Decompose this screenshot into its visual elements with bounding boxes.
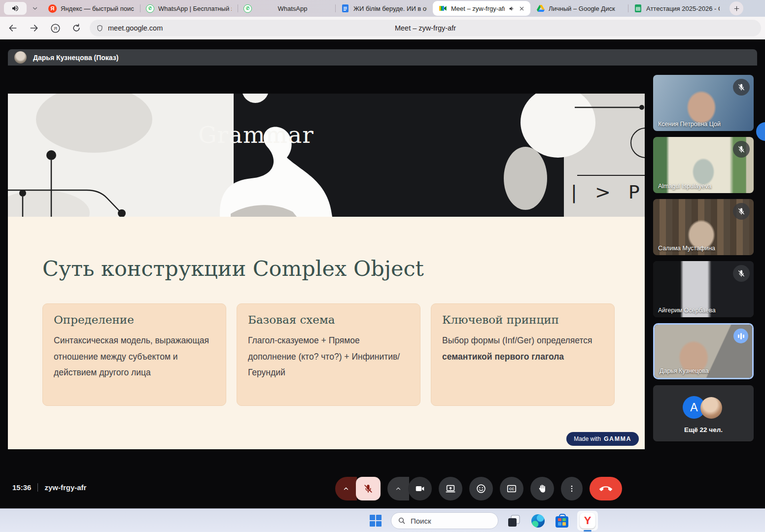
reload-icon [71,23,81,33]
mic-off-icon [363,483,374,494]
browser-address-bar: Я meet.google.com Meet – zyw-frgy-afr [0,17,765,39]
tab-title: Meet – zyw-frgy-afr [451,5,505,12]
camera-icon [415,483,425,494]
taskbar-search[interactable]: Поиск [391,512,498,529]
yandex-browser-button[interactable]: Y [577,511,598,531]
end-call-button[interactable] [590,477,622,500]
divider [37,483,38,492]
camera-options-button[interactable] [387,477,409,500]
gamma-badge-prefix: Made with [574,435,601,442]
tab-google-docs[interactable]: ЖИ білім беруде. ИИ в об [335,0,433,17]
card-body: Глагол-сказуемое + Прямое дополнение (кт… [248,332,409,381]
speaking-indicator-icon [733,329,748,343]
smiley-icon [476,483,487,494]
tab-title: Аттестация 2025-2026 - G [646,5,720,12]
gamma-badge: Made with GAMMA [566,432,639,446]
yandex-home-button[interactable]: Я [47,20,64,36]
google-sheets-favicon [634,4,642,13]
arrow-right-icon [29,23,39,33]
mic-off-icon [737,269,746,278]
tab-title: Яндекс — быстрый поиск [61,5,134,12]
card-body: Синтаксическая модель, выражающая отноше… [54,332,215,381]
puzzle-illustration [8,94,645,217]
back-button[interactable] [4,20,21,36]
participant-tile[interactable]: Айгерим Осербаева [653,261,754,317]
present-screen-button[interactable] [439,477,462,500]
forward-button[interactable] [26,20,42,36]
meet-stage: Дарья Кузнецова (Показ) [0,39,765,508]
active-app-indicator [584,530,591,532]
mute-badge [733,265,750,282]
browser-tab-bar: Я Яндекс — быстрый поиск ✆ WhatsApp | Бе… [0,0,765,17]
windows-taskbar: Поиск Y [0,508,765,532]
card-heading: Определение [54,313,215,326]
side-panel-bubble[interactable] [756,122,765,141]
participant-tile[interactable]: Салима Мустафина [653,199,754,255]
meeting-info: 15:36 zyw-frgy-afr [12,483,86,492]
overflow-count-label: Ещё 22 чел. [653,426,754,433]
google-meet-favicon [439,4,447,13]
store-icon [556,516,568,528]
reload-button[interactable] [68,20,85,36]
card-key-principle: Ключевой принцип Выбор формы (Inf/Ger) о… [431,303,615,406]
mic-muted-button[interactable] [356,477,381,500]
card-heading: Ключевой принцип [442,313,603,326]
tab-google-drive[interactable]: Личный – Google Диск [530,0,628,17]
store-button[interactable] [553,512,571,530]
overflow-avatars: A [653,395,754,419]
captions-icon: CC [506,483,517,494]
reactions-button[interactable] [469,477,493,500]
whatsapp-favicon: ✆ [146,4,154,13]
tab-google-meet-active[interactable]: Meet – zyw-frgy-afr [433,1,530,16]
task-view-button[interactable] [505,512,522,530]
avatar-photo [700,397,722,419]
participant-tile-speaking[interactable]: Дарья Кузнецова [653,323,754,379]
overflow-tile[interactable]: A Ещё 22 чел. [653,385,754,441]
mic-off-icon [737,207,746,216]
clock-time: 15:36 [12,483,31,492]
presenter-banner: Дарья Кузнецова (Показ) [8,49,757,66]
more-options-button[interactable] [561,477,583,500]
new-tab-button[interactable] [730,1,743,15]
participant-name: Ксения Петровна Цой [658,121,721,128]
tab-google-sheets[interactable]: Аттестация 2025-2026 - G [628,0,726,17]
tab-whatsapp-1[interactable]: ✆ WhatsApp | Бесплатный з [140,0,238,17]
whatsapp-favicon: ✆ [243,4,252,13]
camera-button[interactable] [408,477,432,500]
close-icon[interactable] [519,6,524,11]
camera-control-group [387,477,432,500]
tab-whatsapp-2[interactable]: ✆ WhatsApp [238,0,335,17]
slide-body: Суть конструкции Complex Object Определе… [8,217,645,449]
page-title: Meet – zyw-frgy-afr [90,24,761,32]
participant-name: Салима Мустафина [658,245,715,252]
google-docs-favicon [341,4,349,13]
tab-yandex-search[interactable]: Я Яндекс — быстрый поиск [42,0,140,17]
tab-title: WhatsApp [256,5,329,12]
more-vert-icon [567,484,576,493]
tab-title: Личный – Google Диск [549,5,622,12]
url-field[interactable]: meet.google.com Meet – zyw-frgy-afr [90,20,761,36]
start-button[interactable] [367,512,384,530]
participant-tile[interactable]: Almagul Ispulayeva [653,137,754,193]
raise-hand-button[interactable] [530,477,554,500]
yandex-circle-icon: Я [50,23,61,33]
windows-logo-icon [370,515,382,527]
search-icon [398,517,406,525]
shared-screen: Grammar | > P O Суть конструкции Complex… [8,94,645,449]
mic-off-icon [737,83,746,92]
mic-options-button[interactable] [335,477,357,500]
tabs-dropdown-button[interactable] [28,2,42,15]
global-tab-audio-button[interactable] [4,2,27,15]
meeting-code: zyw-frgy-afr [44,483,86,492]
taskbar-icons: Поиск Y [367,510,598,531]
call-controls: CC [335,477,622,500]
presenter-avatar [14,51,27,64]
edge-icon [531,514,545,528]
slide-title: Суть конструкции Complex Object [42,256,424,281]
call-end-icon [599,482,612,495]
participant-name: Almagul Ispulayeva [658,183,711,190]
captions-button[interactable]: CC [500,477,523,500]
mute-badge [733,203,750,220]
participant-tile[interactable]: Ксения Петровна Цой [653,75,754,131]
edge-button[interactable] [529,512,547,530]
